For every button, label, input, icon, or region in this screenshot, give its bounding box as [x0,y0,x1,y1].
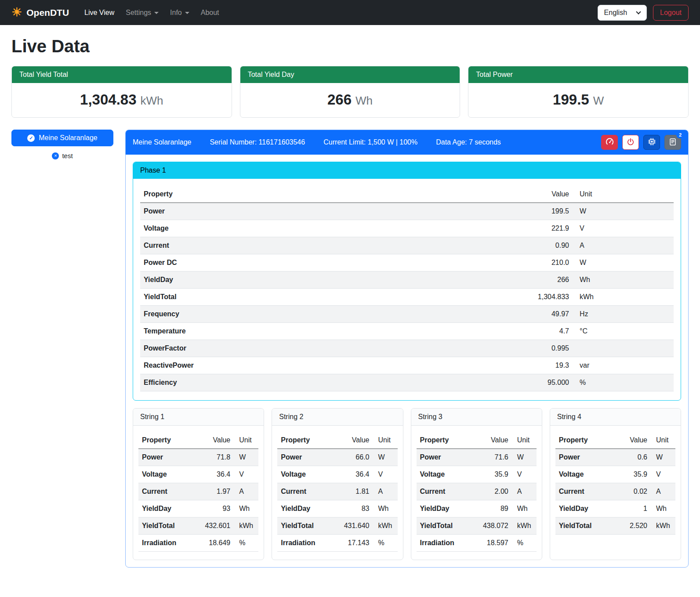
phase-row-unit: Wh [573,271,674,289]
string-row-unit: W [234,449,258,466]
language-select[interactable]: English [598,5,647,21]
string-table-row: Power66.0W [277,449,397,466]
string-table-row: Voltage36.4V [138,466,258,483]
string-row-unit: Wh [651,500,675,517]
summary-card-total-yield-total: Total Yield Total 1,304.83 kWh [11,66,232,118]
string-row-property: Current [277,483,335,500]
cpu-icon [648,137,656,147]
string-table-row: Current0.02A [555,483,675,500]
brand[interactable]: ☀ OpenDTU [11,7,69,18]
phase-col-unit: Unit [573,186,674,203]
summary-card-value: 199.5 [553,91,589,108]
string-table-row: Irradiation18.597% [417,535,537,552]
string-row-value: 2.520 [613,517,651,535]
string-row-property: Current [417,483,474,500]
string-table-row: Power71.6W [417,449,537,466]
power-icon [627,138,635,147]
inverter-card-body: Phase 1 Property Value Unit Power199.5WV… [126,155,688,567]
string-card-title: String 1 [133,409,264,426]
string-row-value: 36.4 [196,466,234,483]
top-navbar: ☀ OpenDTU Live View Settings Info About … [0,0,700,25]
string-card-body: PropertyValueUnitPower0.6WVoltage35.9VCu… [550,426,681,543]
string-row-property: Current [555,483,613,500]
string-card: String 3PropertyValueUnitPower71.6WVolta… [411,408,542,560]
power-control-button[interactable] [622,135,639,150]
string-row-value: 1 [613,500,651,517]
string-card: String 1PropertyValueUnitPower71.8WVolta… [133,408,264,560]
sun-logo-icon: ☀ [11,7,22,18]
string-row-value: 17.143 [335,535,373,552]
phase-row-value: 95.000 [515,374,573,391]
chevron-down-icon [636,9,641,14]
phase-row-property: Power [140,203,515,220]
sidebar-item-test[interactable]: × test [11,152,113,159]
phase-table-row: Power199.5W [140,203,674,220]
string-row-unit: % [234,535,258,552]
string-row-property: Current [138,483,196,500]
string-row-value: 89 [474,500,512,517]
phase-table-header-row: Property Value Unit [140,186,674,203]
string-table-row: Voltage36.4V [277,466,397,483]
inverter-card: Meine Solaranlage Serial Number: 1161716… [125,130,689,568]
phase-row-unit: Hz [573,306,674,323]
string-row-value: 35.9 [613,466,651,483]
string-col-property: Property [277,432,335,449]
phase-row-property: Voltage [140,220,515,237]
phase-row-value: 19.3 [515,357,573,374]
limit-settings-button[interactable] [601,135,618,150]
string-table: PropertyValueUnitPower0.6WVoltage35.9VCu… [555,432,675,535]
nav-item-live-view[interactable]: Live View [79,5,120,20]
phase-table-row: Efficiency95.000% [140,374,674,391]
string-table: PropertyValueUnitPower71.8WVoltage36.4VC… [138,432,258,552]
string-table-row: Voltage35.9V [417,466,537,483]
string-table-row: YieldDay1Wh [555,500,675,517]
string-row-value: 18.597 [474,535,512,552]
string-row-unit: A [651,483,675,500]
inverter-select-button[interactable]: ✓ Meine Solaranlage [11,130,113,146]
string-row-property: Irradiation [138,535,196,552]
string-row-value: 2.00 [474,483,512,500]
phase-table-row: ReactivePower19.3var [140,357,674,374]
nav-item-about[interactable]: About [195,5,225,20]
string-table-row: Current1.97A [138,483,258,500]
phase-row-value: 199.5 [515,203,573,220]
check-circle-icon: ✓ [27,134,35,142]
string-row-value: 66.0 [335,449,373,466]
string-row-property: Irradiation [277,535,335,552]
device-info-button[interactable] [643,135,660,150]
string-row-property: Voltage [138,466,196,483]
inverter-serial: Serial Number: 116171603546 [210,138,305,146]
string-row-unit: A [512,483,537,500]
phase-col-value: Value [515,186,573,203]
string-row-unit: W [373,449,398,466]
string-row-unit: A [373,483,398,500]
phase-row-unit: var [573,357,674,374]
language-select-value: English [604,9,627,17]
string-card-body: PropertyValueUnitPower71.6WVoltage35.9VC… [411,426,542,560]
nav-item-info[interactable]: Info [164,5,195,20]
string-table-row: Voltage35.9V [555,466,675,483]
string-row-property: Power [277,449,335,466]
event-log-button[interactable]: 2 [664,135,681,150]
nav-item-label: About [201,9,219,17]
nav-item-label: Settings [126,9,151,17]
phase-row-unit: kWh [573,289,674,306]
string-row-property: YieldTotal [138,517,196,535]
string-row-value: 438.072 [474,517,512,535]
string-col-unit: Unit [651,432,675,449]
string-row-value: 0.6 [613,449,651,466]
phase-row-value: 0.995 [515,340,573,357]
summary-card-unit: W [593,94,604,108]
summary-card-body: 199.5 W [468,83,688,117]
phase-row-property: Efficiency [140,374,515,391]
string-table: PropertyValueUnitPower71.6WVoltage35.9VC… [417,432,537,552]
x-circle-icon[interactable]: × [52,152,59,159]
inverter-actions: 2 [601,135,681,150]
string-table-row: YieldDay93Wh [138,500,258,517]
phase-row-unit: V [573,220,674,237]
nav-item-settings[interactable]: Settings [120,5,164,20]
inverter-name: Meine Solaranlage [133,138,191,146]
logout-button[interactable]: Logout [653,5,689,21]
phase-row-unit: °C [573,323,674,340]
string-card-title: String 3 [411,409,542,426]
